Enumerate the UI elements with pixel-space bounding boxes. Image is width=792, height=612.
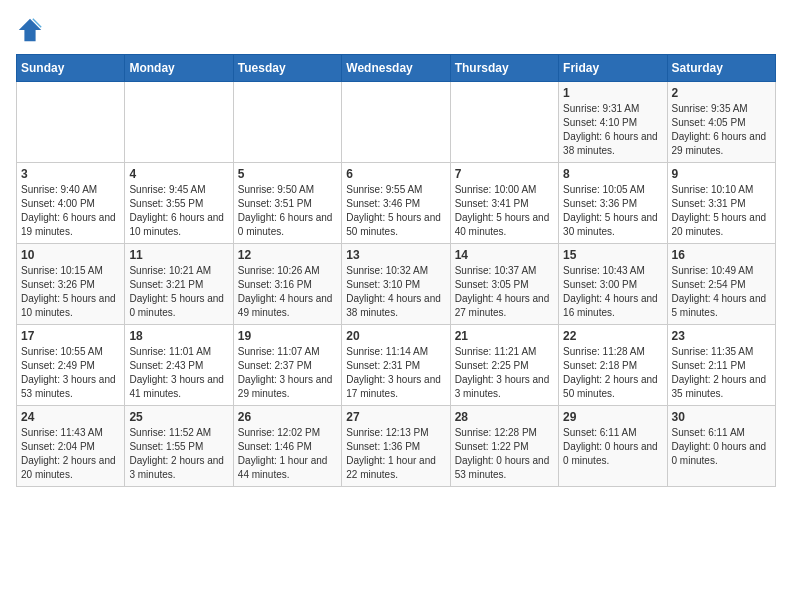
day-number: 28 (455, 410, 554, 424)
day-number: 27 (346, 410, 445, 424)
cell-content: Sunrise: 10:32 AM Sunset: 3:10 PM Daylig… (346, 264, 445, 320)
calendar-cell-w1d3: 6Sunrise: 9:55 AM Sunset: 3:46 PM Daylig… (342, 163, 450, 244)
calendar-cell-w1d5: 8Sunrise: 10:05 AM Sunset: 3:36 PM Dayli… (559, 163, 667, 244)
weekday-header-saturday: Saturday (667, 55, 775, 82)
weekday-header-tuesday: Tuesday (233, 55, 341, 82)
calendar-cell-w3d4: 21Sunrise: 11:21 AM Sunset: 2:25 PM Dayl… (450, 325, 558, 406)
day-number: 6 (346, 167, 445, 181)
calendar-cell-w2d5: 15Sunrise: 10:43 AM Sunset: 3:00 PM Dayl… (559, 244, 667, 325)
calendar-cell-w3d6: 23Sunrise: 11:35 AM Sunset: 2:11 PM Dayl… (667, 325, 775, 406)
cell-content: Sunset: 6:11 AM Daylight: 0 hours and 0 … (672, 426, 771, 468)
day-number: 1 (563, 86, 662, 100)
day-number: 7 (455, 167, 554, 181)
day-number: 23 (672, 329, 771, 343)
day-number: 15 (563, 248, 662, 262)
cell-content: Sunrise: 12:13 PM Sunset: 1:36 PM Daylig… (346, 426, 445, 482)
cell-content: Sunrise: 10:05 AM Sunset: 3:36 PM Daylig… (563, 183, 662, 239)
calendar-cell-w4d1: 25Sunrise: 11:52 AM Sunset: 1:55 PM Dayl… (125, 406, 233, 487)
weekday-header-friday: Friday (559, 55, 667, 82)
calendar-cell-w3d2: 19Sunrise: 11:07 AM Sunset: 2:37 PM Dayl… (233, 325, 341, 406)
cell-content: Sunrise: 11:21 AM Sunset: 2:25 PM Daylig… (455, 345, 554, 401)
page-header (16, 16, 776, 44)
day-number: 11 (129, 248, 228, 262)
calendar-cell-w3d1: 18Sunrise: 11:01 AM Sunset: 2:43 PM Dayl… (125, 325, 233, 406)
cell-content: Sunset: 6:11 AM Daylight: 0 hours and 0 … (563, 426, 662, 468)
calendar-table: SundayMondayTuesdayWednesdayThursdayFrid… (16, 54, 776, 487)
cell-content: Sunrise: 10:10 AM Sunset: 3:31 PM Daylig… (672, 183, 771, 239)
day-number: 26 (238, 410, 337, 424)
day-number: 14 (455, 248, 554, 262)
calendar-cell-w0d6: 2Sunrise: 9:35 AM Sunset: 4:05 PM Daylig… (667, 82, 775, 163)
day-number: 21 (455, 329, 554, 343)
calendar-cell-w0d2 (233, 82, 341, 163)
day-number: 19 (238, 329, 337, 343)
calendar-cell-w0d3 (342, 82, 450, 163)
weekday-header-thursday: Thursday (450, 55, 558, 82)
calendar-cell-w2d1: 11Sunrise: 10:21 AM Sunset: 3:21 PM Dayl… (125, 244, 233, 325)
cell-content: Sunrise: 11:14 AM Sunset: 2:31 PM Daylig… (346, 345, 445, 401)
calendar-cell-w3d0: 17Sunrise: 10:55 AM Sunset: 2:49 PM Dayl… (17, 325, 125, 406)
calendar-cell-w0d5: 1Sunrise: 9:31 AM Sunset: 4:10 PM Daylig… (559, 82, 667, 163)
day-number: 12 (238, 248, 337, 262)
day-number: 16 (672, 248, 771, 262)
cell-content: Sunrise: 10:21 AM Sunset: 3:21 PM Daylig… (129, 264, 228, 320)
cell-content: Sunrise: 10:55 AM Sunset: 2:49 PM Daylig… (21, 345, 120, 401)
day-number: 29 (563, 410, 662, 424)
calendar-cell-w0d0 (17, 82, 125, 163)
calendar-cell-w1d6: 9Sunrise: 10:10 AM Sunset: 3:31 PM Dayli… (667, 163, 775, 244)
cell-content: Sunrise: 12:28 PM Sunset: 1:22 PM Daylig… (455, 426, 554, 482)
day-number: 5 (238, 167, 337, 181)
calendar-cell-w2d6: 16Sunrise: 10:49 AM Sunset: 2:54 PM Dayl… (667, 244, 775, 325)
calendar-cell-w0d4 (450, 82, 558, 163)
calendar-cell-w4d0: 24Sunrise: 11:43 AM Sunset: 2:04 PM Dayl… (17, 406, 125, 487)
day-number: 24 (21, 410, 120, 424)
cell-content: Sunrise: 10:26 AM Sunset: 3:16 PM Daylig… (238, 264, 337, 320)
calendar-cell-w4d5: 29Sunset: 6:11 AM Daylight: 0 hours and … (559, 406, 667, 487)
calendar-cell-w3d5: 22Sunrise: 11:28 AM Sunset: 2:18 PM Dayl… (559, 325, 667, 406)
calendar-cell-w1d1: 4Sunrise: 9:45 AM Sunset: 3:55 PM Daylig… (125, 163, 233, 244)
cell-content: Sunrise: 10:43 AM Sunset: 3:00 PM Daylig… (563, 264, 662, 320)
logo-icon (16, 16, 44, 44)
day-number: 13 (346, 248, 445, 262)
calendar-cell-w0d1 (125, 82, 233, 163)
day-number: 30 (672, 410, 771, 424)
cell-content: Sunrise: 11:28 AM Sunset: 2:18 PM Daylig… (563, 345, 662, 401)
cell-content: Sunrise: 9:50 AM Sunset: 3:51 PM Dayligh… (238, 183, 337, 239)
cell-content: Sunrise: 12:02 PM Sunset: 1:46 PM Daylig… (238, 426, 337, 482)
weekday-header-wednesday: Wednesday (342, 55, 450, 82)
day-number: 20 (346, 329, 445, 343)
day-number: 3 (21, 167, 120, 181)
calendar-cell-w4d3: 27Sunrise: 12:13 PM Sunset: 1:36 PM Dayl… (342, 406, 450, 487)
cell-content: Sunrise: 11:52 AM Sunset: 1:55 PM Daylig… (129, 426, 228, 482)
calendar-cell-w2d3: 13Sunrise: 10:32 AM Sunset: 3:10 PM Dayl… (342, 244, 450, 325)
calendar-cell-w1d4: 7Sunrise: 10:00 AM Sunset: 3:41 PM Dayli… (450, 163, 558, 244)
day-number: 25 (129, 410, 228, 424)
svg-marker-0 (19, 19, 41, 41)
cell-content: Sunrise: 11:01 AM Sunset: 2:43 PM Daylig… (129, 345, 228, 401)
cell-content: Sunrise: 10:00 AM Sunset: 3:41 PM Daylig… (455, 183, 554, 239)
cell-content: Sunrise: 9:55 AM Sunset: 3:46 PM Dayligh… (346, 183, 445, 239)
day-number: 9 (672, 167, 771, 181)
day-number: 18 (129, 329, 228, 343)
calendar-cell-w4d6: 30Sunset: 6:11 AM Daylight: 0 hours and … (667, 406, 775, 487)
cell-content: Sunrise: 10:15 AM Sunset: 3:26 PM Daylig… (21, 264, 120, 320)
cell-content: Sunrise: 11:07 AM Sunset: 2:37 PM Daylig… (238, 345, 337, 401)
day-number: 17 (21, 329, 120, 343)
cell-content: Sunrise: 10:37 AM Sunset: 3:05 PM Daylig… (455, 264, 554, 320)
calendar-cell-w2d4: 14Sunrise: 10:37 AM Sunset: 3:05 PM Dayl… (450, 244, 558, 325)
cell-content: Sunrise: 11:35 AM Sunset: 2:11 PM Daylig… (672, 345, 771, 401)
day-number: 10 (21, 248, 120, 262)
weekday-header-sunday: Sunday (17, 55, 125, 82)
calendar-cell-w4d4: 28Sunrise: 12:28 PM Sunset: 1:22 PM Dayl… (450, 406, 558, 487)
cell-content: Sunrise: 9:45 AM Sunset: 3:55 PM Dayligh… (129, 183, 228, 239)
logo (16, 16, 48, 44)
calendar-cell-w1d0: 3Sunrise: 9:40 AM Sunset: 4:00 PM Daylig… (17, 163, 125, 244)
calendar-cell-w3d3: 20Sunrise: 11:14 AM Sunset: 2:31 PM Dayl… (342, 325, 450, 406)
calendar-cell-w1d2: 5Sunrise: 9:50 AM Sunset: 3:51 PM Daylig… (233, 163, 341, 244)
cell-content: Sunrise: 9:31 AM Sunset: 4:10 PM Dayligh… (563, 102, 662, 158)
calendar-cell-w4d2: 26Sunrise: 12:02 PM Sunset: 1:46 PM Dayl… (233, 406, 341, 487)
weekday-header-monday: Monday (125, 55, 233, 82)
day-number: 4 (129, 167, 228, 181)
calendar-cell-w2d2: 12Sunrise: 10:26 AM Sunset: 3:16 PM Dayl… (233, 244, 341, 325)
day-number: 22 (563, 329, 662, 343)
